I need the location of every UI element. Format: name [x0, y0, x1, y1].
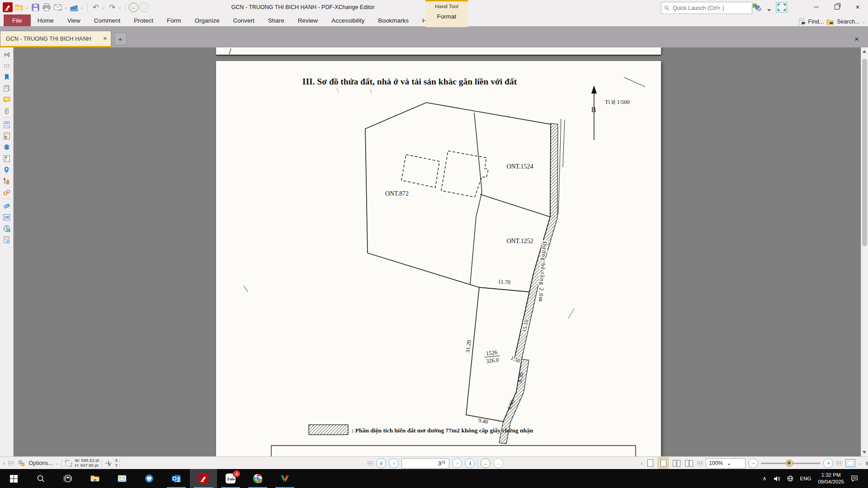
- two-page-continuous-view-button[interactable]: [684, 458, 694, 469]
- chevron-down-icon[interactable]: ⌄: [56, 461, 59, 465]
- continuous-view-button[interactable]: [658, 457, 669, 469]
- tab-form[interactable]: Form: [160, 14, 188, 26]
- scroll-down-icon[interactable]: [863, 451, 866, 454]
- language-indicator[interactable]: ENG: [800, 476, 811, 481]
- taskbar-clock[interactable]: 1:32 PM 09/04/2025: [818, 472, 844, 485]
- find-button[interactable]: Find...: [808, 19, 824, 25]
- document-canvas[interactable]: III. Sơ đồ thửa đất, nhà ở và tài sản kh…: [14, 47, 861, 456]
- tab-review[interactable]: Review: [291, 14, 325, 26]
- network-icon[interactable]: [787, 475, 793, 482]
- tab-convert[interactable]: Convert: [226, 14, 261, 26]
- single-page-view-button[interactable]: [645, 458, 655, 469]
- content-panel-icon[interactable]: T: [2, 153, 12, 164]
- volume-icon[interactable]: [774, 476, 780, 482]
- pdf-xchange-button[interactable]: PDF: [190, 469, 217, 488]
- drag-handle-icon[interactable]: [2, 60, 12, 71]
- tab-view[interactable]: View: [61, 14, 87, 26]
- email-icon[interactable]: [53, 2, 63, 12]
- links-panel-icon[interactable]: [2, 187, 12, 198]
- vertical-scrollbar[interactable]: [861, 47, 868, 456]
- zoom-level-select[interactable]: 100% ⌄: [706, 458, 745, 469]
- chevron-down-icon[interactable]: ⌄: [64, 5, 68, 9]
- fit-page-icon[interactable]: [845, 459, 856, 468]
- tab-protect[interactable]: Protect: [127, 14, 160, 26]
- page-number-input[interactable]: 3 /4: [401, 458, 449, 469]
- collapse-panel-icon[interactable]: [2, 49, 12, 60]
- pdf-page[interactable]: III. Sơ đồ thửa đất, nhà ở và tài sản kh…: [216, 61, 661, 456]
- two-page-view-button[interactable]: [671, 458, 681, 469]
- options-button[interactable]: Options...: [28, 460, 53, 466]
- tab-comment[interactable]: Comment: [87, 14, 127, 26]
- tab-accessibility[interactable]: Accessibility: [325, 14, 372, 26]
- accessibility-report-icon[interactable]: [2, 234, 12, 245]
- tab-home[interactable]: Home: [31, 14, 61, 26]
- order-panel-icon[interactable]: [2, 211, 12, 223]
- history-back-button[interactable]: ←: [481, 458, 491, 468]
- quick-launch-input[interactable]: [672, 5, 749, 12]
- fields-panel-icon[interactable]: [2, 119, 12, 130]
- taskbar-search-button[interactable]: [27, 469, 54, 488]
- zoom-slider-knob[interactable]: [786, 460, 793, 467]
- fullscreen-icon[interactable]: [776, 2, 788, 14]
- scanner-icon[interactable]: [69, 2, 79, 12]
- zoom-slider[interactable]: [761, 463, 821, 464]
- tab-bookmarks[interactable]: Bookmarks: [372, 14, 416, 26]
- named-tags-panel-icon[interactable]: [2, 200, 12, 211]
- chevron-down-icon[interactable]: ⌄: [80, 5, 84, 9]
- comments-panel-icon[interactable]: [2, 94, 12, 105]
- chevron-down-icon[interactable]: ⌄: [118, 5, 122, 9]
- collapse-group-icon[interactable]: ‹: [641, 461, 642, 466]
- next-page-button[interactable]: ›: [452, 458, 462, 468]
- new-tab-button[interactable]: +: [114, 33, 127, 45]
- tab-organize[interactable]: Organize: [188, 14, 226, 26]
- first-page-button[interactable]: |‹: [376, 458, 386, 468]
- collapse-statusbar-icon[interactable]: ‹: [4, 461, 5, 466]
- thumbnails-panel-icon[interactable]: [2, 83, 12, 94]
- task-view-button[interactable]: [54, 469, 81, 488]
- signatures-panel-icon[interactable]: [2, 130, 12, 141]
- accessibility-check-icon[interactable]: [2, 223, 12, 234]
- search-button[interactable]: Search...: [837, 19, 859, 25]
- document-tab[interactable]: GCN - TRUONG THI BICH HANH ✕: [0, 31, 111, 47]
- ui-options-icon[interactable]: [752, 2, 763, 14]
- chevron-down-icon[interactable]: ⌄: [25, 5, 29, 9]
- close-button[interactable]: ✕: [847, 0, 868, 14]
- start-button[interactable]: [0, 469, 27, 488]
- tab-file[interactable]: File: [4, 14, 31, 26]
- zoom-in-button[interactable]: +: [823, 458, 833, 468]
- history-forward-button[interactable]: →: [493, 458, 503, 468]
- tray-expand-icon[interactable]: ∧: [763, 475, 767, 482]
- destinations-panel-icon[interactable]: [2, 164, 12, 175]
- chevron-down-icon[interactable]: ⌄: [862, 20, 865, 24]
- chevron-down-icon[interactable]: ⌄: [859, 461, 862, 465]
- action-center-icon[interactable]: [851, 475, 858, 482]
- chrome-button[interactable]: [244, 469, 271, 488]
- scrollbar-thumb[interactable]: [862, 59, 867, 246]
- undo-icon[interactable]: ↶: [91, 2, 101, 12]
- tab-close-icon[interactable]: ✕: [103, 36, 107, 42]
- tab-share[interactable]: Share: [261, 14, 291, 26]
- minimize-button[interactable]: [806, 0, 826, 14]
- v-messenger-button[interactable]: [271, 469, 298, 488]
- attachments-panel-icon[interactable]: [2, 105, 12, 117]
- tabbar-close-icon[interactable]: ✕: [852, 34, 862, 44]
- zalo-button[interactable]: Zalo 4: [217, 469, 244, 488]
- outlook-button[interactable]: [163, 469, 190, 488]
- chevron-down-icon[interactable]: ⌄: [102, 5, 106, 9]
- chevron-down-icon[interactable]: ⌄: [766, 4, 772, 13]
- zoom-out-button[interactable]: −: [748, 458, 758, 468]
- open-folder-icon[interactable]: [14, 2, 24, 12]
- last-page-button[interactable]: ›|: [465, 458, 475, 468]
- previous-page-button[interactable]: ‹: [389, 458, 399, 468]
- file-explorer-button[interactable]: [81, 469, 108, 488]
- bookmarks-panel-icon[interactable]: [2, 71, 12, 83]
- back-icon[interactable]: ←: [129, 3, 138, 12]
- tab-format[interactable]: Format: [425, 13, 468, 20]
- scroll-up-icon[interactable]: [863, 50, 866, 53]
- remote-viewer-button[interactable]: [136, 469, 163, 488]
- expand-panel-icon[interactable]: ≪: [864, 461, 868, 465]
- forward-icon[interactable]: →: [140, 3, 149, 12]
- layers-panel-icon[interactable]: [2, 141, 12, 153]
- print-icon[interactable]: [42, 2, 52, 12]
- quick-launch-box[interactable]: [661, 2, 752, 14]
